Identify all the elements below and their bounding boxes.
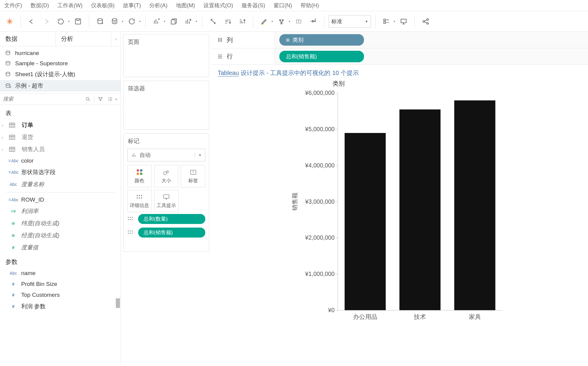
- svg-point-21: [164, 172, 167, 175]
- pill-label: 类别: [293, 36, 304, 44]
- pages-card[interactable]: 页面: [123, 34, 209, 77]
- table-row[interactable]: ›订单: [0, 119, 121, 131]
- columns-pill-category[interactable]: ⊞类别: [279, 34, 364, 46]
- field-row[interactable]: ⊕纬度(自动生成): [0, 217, 121, 229]
- field-row[interactable]: #度量值: [0, 241, 121, 254]
- table-row[interactable]: ›销售人员: [0, 143, 121, 155]
- parameter-row[interactable]: Abcname: [0, 268, 121, 279]
- menu-file[interactable]: 文件(F): [4, 2, 22, 9]
- dropdown-caret-icon[interactable]: ▾: [394, 20, 395, 23]
- dropdown-caret-icon[interactable]: ▾: [68, 20, 70, 23]
- fit-dropdown[interactable]: 标准 ▼: [329, 15, 371, 28]
- tab-data[interactable]: 数据: [0, 32, 55, 46]
- parameter-row[interactable]: #利润 参数: [0, 300, 121, 313]
- datasource-label: 示例 - 超市: [15, 82, 43, 90]
- dropdown-caret-icon[interactable]: ▾: [289, 20, 290, 23]
- duplicate-sheet-button[interactable]: [167, 15, 180, 28]
- marks-color-button[interactable]: 颜色: [127, 165, 152, 187]
- share-button[interactable]: [419, 15, 432, 28]
- field-label: 销售人员: [22, 145, 118, 153]
- collapse-pane-button[interactable]: ‹: [111, 32, 121, 46]
- pause-updates-button[interactable]: [108, 15, 121, 28]
- refresh-button[interactable]: [125, 15, 138, 28]
- menu-map[interactable]: 地图(M): [176, 2, 195, 9]
- dropdown-caret-icon[interactable]: ▾: [164, 20, 165, 23]
- tooltip-icon: [163, 193, 170, 201]
- menu-dashboard[interactable]: 仪表板(B): [91, 2, 115, 9]
- search-input[interactable]: [3, 96, 82, 102]
- shelves: 列 ⊞类别 行 总和(销售额): [212, 32, 588, 65]
- new-worksheet-button[interactable]: [150, 15, 163, 28]
- field-row[interactable]: AbcROW_ID: [0, 194, 121, 205]
- columns-shelf[interactable]: 列 ⊞类别: [212, 32, 588, 48]
- chevron-down-icon[interactable]: ▾: [115, 98, 117, 101]
- viz-title[interactable]: Tableau 设计提示 - 工具提示中的可视化的 10 个提示: [218, 69, 582, 77]
- tab-analysis[interactable]: 分析: [55, 32, 111, 46]
- menu-server[interactable]: 服务器(S): [242, 2, 265, 9]
- show-labels-button[interactable]: T: [292, 15, 305, 28]
- filter-icon[interactable]: [97, 96, 104, 103]
- scrollbar-thumb[interactable]: [116, 298, 120, 308]
- sort-asc-button[interactable]: [221, 15, 234, 28]
- show-cards-button[interactable]: [380, 15, 393, 28]
- rows-pill-sales[interactable]: 总和(销售额): [279, 51, 364, 62]
- clear-sheet-button[interactable]: [182, 15, 195, 28]
- menu-data[interactable]: 数据(D): [31, 2, 49, 9]
- svg-rect-0: [75, 19, 80, 24]
- marks-pill-sales[interactable]: 总和(销售额): [138, 228, 205, 238]
- field-row[interactable]: Abc度量名称: [0, 178, 121, 190]
- datasource-list: hurricane Sample - Superstore Sheet1 (设计…: [0, 46, 121, 93]
- datasource-item-active[interactable]: 示例 - 超市: [0, 80, 121, 92]
- field-row[interactable]: ⊕经度(自动生成): [0, 229, 121, 241]
- table-row[interactable]: ›退货: [0, 131, 121, 143]
- swap-axes-button[interactable]: [206, 15, 220, 28]
- datasource-item[interactable]: Sample - Superstore: [0, 58, 121, 69]
- field-row[interactable]: Abccolor: [0, 155, 121, 166]
- field-row[interactable]: =#利润率: [0, 205, 121, 217]
- filters-card[interactable]: 筛选器: [123, 81, 209, 130]
- menu-window[interactable]: 窗口(N): [274, 2, 292, 9]
- expand-icon[interactable]: ›: [2, 147, 6, 152]
- dropdown-caret-icon[interactable]: ▾: [122, 20, 123, 23]
- sort-desc-button[interactable]: [236, 15, 249, 28]
- svg-rect-62: [399, 109, 440, 310]
- tableau-logo-icon[interactable]: [3, 15, 16, 28]
- datasource-item[interactable]: hurricane: [0, 48, 121, 58]
- undo-button[interactable]: [25, 15, 38, 28]
- detail-icon: [136, 193, 143, 201]
- marks-pill-quantity[interactable]: 总和(数量): [138, 214, 205, 224]
- new-datasource-button[interactable]: [93, 15, 107, 28]
- detail-icon[interactable]: [127, 216, 136, 222]
- highlight-button[interactable]: [258, 15, 271, 28]
- detail-icon[interactable]: [127, 230, 136, 235]
- datasource-item[interactable]: Sheet1 (设计提示-人物): [0, 69, 121, 80]
- menu-help[interactable]: 帮助(H): [300, 2, 319, 9]
- parameter-row[interactable]: #Profit Bin Size: [0, 279, 121, 290]
- expand-icon[interactable]: ›: [2, 135, 6, 140]
- dropdown-caret-icon[interactable]: ▾: [196, 20, 197, 23]
- marks-label-button[interactable]: T标签: [181, 165, 205, 187]
- redo-button[interactable]: [40, 15, 53, 28]
- group-button[interactable]: [275, 15, 288, 28]
- save-button[interactable]: [71, 15, 85, 28]
- rows-shelf[interactable]: 行 总和(销售额): [212, 48, 588, 64]
- expand-icon[interactable]: ›: [2, 123, 6, 128]
- dropdown-caret-icon[interactable]: ▾: [139, 20, 141, 23]
- pin-button[interactable]: [307, 15, 320, 28]
- menu-analysis[interactable]: 分析(A): [149, 2, 167, 9]
- menu-format[interactable]: 设置格式(O): [203, 2, 233, 9]
- revert-button[interactable]: [54, 15, 67, 28]
- marks-size-button[interactable]: 大小: [154, 165, 179, 187]
- presentation-mode-button[interactable]: [397, 15, 410, 28]
- mark-type-dropdown[interactable]: 自动 ▾: [127, 149, 205, 161]
- view-options-icon[interactable]: [106, 96, 114, 103]
- marks-tooltip-label: 工具提示: [157, 202, 176, 209]
- marks-detail-button[interactable]: 详细信息: [127, 190, 152, 212]
- parameter-row[interactable]: #Top Customers: [0, 290, 121, 300]
- field-row[interactable]: Abc形状筛选字段: [0, 166, 121, 178]
- dropdown-caret-icon[interactable]: ▾: [271, 20, 273, 23]
- search-icon[interactable]: [84, 96, 92, 103]
- menu-worksheet[interactable]: 工作表(W): [57, 2, 83, 9]
- menu-story[interactable]: 故事(T): [123, 2, 141, 9]
- marks-tooltip-button[interactable]: 工具提示: [154, 190, 179, 212]
